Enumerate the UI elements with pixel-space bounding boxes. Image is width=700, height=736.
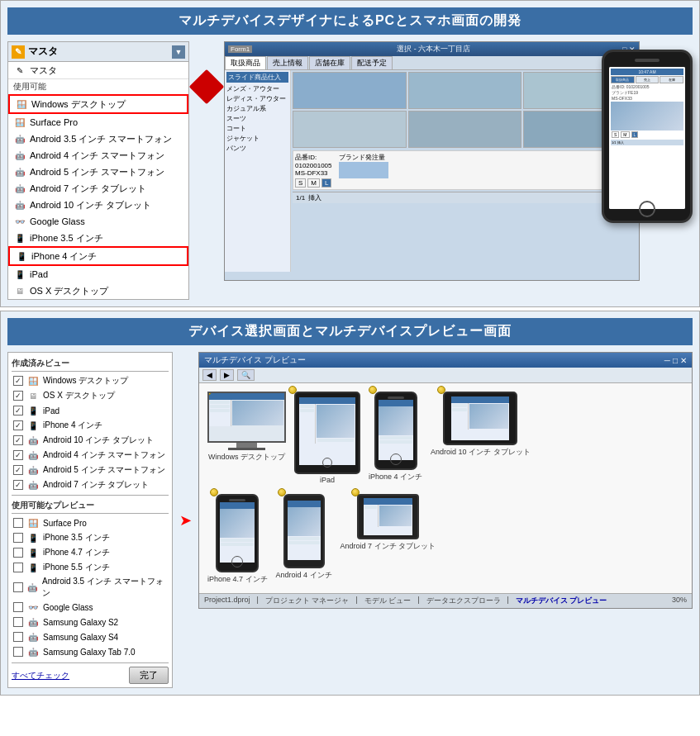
item-ipad[interactable]: 📱 iPad [8, 266, 188, 283]
item-windows-desktop[interactable]: 🪟 Windows デスクトップ [8, 94, 188, 114]
android-icon: 🤖 [13, 149, 26, 162]
avail-iphone55[interactable]: 📱 iPhone 5.5 インチ [12, 560, 169, 575]
avail-s4[interactable]: 🤖 Samsung Galaxy S4 [12, 629, 169, 644]
dropdown-subheader-text: マスタ [30, 64, 57, 77]
iphone4-label: iPhone 4 インチ [369, 472, 422, 482]
checkbox-android5[interactable] [13, 465, 23, 475]
checkbox-iphone47[interactable] [13, 548, 23, 558]
phone-nav-item-sales[interactable]: 売上 [636, 76, 660, 83]
avail-glass[interactable]: 👓 Google Glass [12, 600, 169, 615]
tab-sales[interactable]: 売上情報 [267, 56, 308, 69]
iphone-icon: 📱 [26, 531, 40, 544]
checkbox-ipad[interactable] [13, 406, 23, 415]
checkbox-iphone4[interactable] [13, 420, 23, 430]
created-label-ipad: iPad [43, 406, 60, 415]
sidebar-item-pants[interactable]: パンツ [226, 144, 288, 153]
avail-iphone47[interactable]: 📱 iPhone 4.7 インチ [12, 545, 169, 560]
checkbox-android7[interactable] [13, 480, 23, 490]
item-google-glass[interactable]: 👓 Google Glass [8, 213, 188, 230]
android10-screen [451, 396, 509, 440]
created-item-ipad[interactable]: 📱 iPad [12, 403, 169, 418]
item-android-5[interactable]: 🤖 Android 5 インチ スマートフォン [8, 164, 188, 180]
tab-delivery[interactable]: 配送予定 [351, 56, 393, 69]
created-item-osx[interactable]: 🖥 OS X デスクトップ [12, 388, 169, 403]
created-item-iphone4[interactable]: 📱 iPhone 4 インチ [12, 418, 169, 433]
toolbar-btn-right[interactable]: ▶ [220, 369, 234, 381]
checkbox-glass[interactable] [13, 602, 23, 612]
checkbox-android10[interactable] [13, 435, 23, 445]
checkbox-osx[interactable] [13, 391, 23, 401]
item-android-10[interactable]: 🤖 Android 10 インチ タブレット [8, 197, 188, 213]
created-item-android4[interactable]: 🤖 Android 4 インチ スマートフォン [12, 448, 169, 463]
dropdown-arrow-icon[interactable]: ▼ [172, 45, 185, 59]
item-android-7[interactable]: 🤖 Android 7 インチ タブレット [8, 180, 188, 197]
created-item-android5[interactable]: 🤖 Android 5 インチ スマートフォン [12, 463, 169, 477]
dropdown-header[interactable]: ✎ マスタ ▼ [8, 42, 188, 62]
item-surface-pro[interactable]: 🪟 Surface Pro [8, 114, 188, 131]
checkbox-surface[interactable] [13, 518, 23, 528]
size-l[interactable]: L [321, 178, 331, 188]
iphone47-home [231, 556, 243, 567]
toolbar-btn-zoom[interactable]: 🔍 [237, 369, 255, 381]
avail-surface[interactable]: 🪟 Surface Pro [12, 515, 169, 530]
size-s[interactable]: S [295, 178, 306, 188]
created-label-android10: Android 10 インチ タブレット [43, 434, 154, 446]
checkbox-iphone35[interactable] [13, 533, 23, 543]
item-android-35[interactable]: 🤖 Android 3.5 インチ スマートフォン [8, 131, 188, 147]
check-all-button[interactable]: すべてチェック [12, 670, 69, 681]
iphone-icon: 📱 [15, 249, 28, 263]
checkbox-tab7[interactable] [13, 647, 23, 657]
phone-home-button[interactable] [639, 201, 655, 217]
avail-iphone35[interactable]: 📱 iPhone 3.5 インチ [12, 530, 169, 545]
created-item-android10[interactable]: 🤖 Android 10 インチ タブレット [12, 433, 169, 448]
close-btn[interactable]: ✕ [680, 356, 687, 365]
minimize-btn[interactable]: ─ [664, 356, 670, 365]
checkbox-iphone55[interactable] [13, 563, 23, 572]
android-icon: 🤖 [26, 581, 39, 594]
ide-window: Form1 選択 - 六本木一丁目店 ─ □ ✕ 取扱商品 売上情報 店舗在庫 … [224, 41, 640, 281]
phone-nav-item-product[interactable]: 取扱商品 [611, 76, 635, 83]
sidebar-item-suit[interactable]: スーツ [226, 114, 288, 123]
checkbox-windows[interactable] [13, 376, 23, 386]
maximize-btn[interactable]: □ [673, 356, 678, 365]
created-label-android5: Android 5 インチ スマートフォン [43, 464, 165, 476]
avail-s2[interactable]: 🤖 Samsung Galaxy S2 [12, 615, 169, 629]
dropdown-subheader-item[interactable]: ✎ マスタ [8, 62, 188, 78]
phone-size-l[interactable]: L [631, 131, 639, 138]
sidebar-item-mens[interactable]: メンズ・アウター [226, 84, 288, 93]
size-m[interactable]: M [307, 178, 320, 188]
created-item-android7[interactable]: 🤖 Android 7 インチ タブレット [12, 477, 169, 492]
avail-android35[interactable]: 🤖 Android 3.5 インチ スマートフォン [12, 575, 169, 600]
sidebar-item-jacket[interactable]: ジャケット [226, 134, 288, 143]
checkbox-android35[interactable] [13, 582, 23, 592]
item-android-4[interactable]: 🤖 Android 4 インチ スマートフォン [8, 147, 188, 164]
checkbox-s2[interactable] [13, 617, 23, 627]
tab-store[interactable]: 店舗在庫 [309, 56, 350, 69]
android-icon: 🤖 [26, 434, 40, 447]
done-button[interactable]: 完了 [129, 667, 169, 684]
phone-size-m[interactable]: M [621, 131, 629, 138]
item-iphone-35[interactable]: 📱 iPhone 3.5 インチ [8, 230, 188, 246]
statusbar-preview[interactable]: マルチデバイス プレビュー [516, 596, 607, 606]
sidebar-item-coat[interactable]: コート [226, 124, 288, 133]
checkbox-s4[interactable] [13, 632, 23, 642]
tab-active[interactable]: 取扱商品 [225, 56, 266, 69]
toolbar-btn-left[interactable]: ◀ [202, 369, 217, 381]
created-item-windows[interactable]: 🪟 Windows デスクトップ [12, 373, 169, 388]
red-diamond-arrow [194, 74, 219, 99]
product-grid [293, 72, 637, 148]
checkbox-android4[interactable] [13, 450, 23, 460]
avail-tab7[interactable]: 🤖 Samsung Galaxy Tab 7.0 [12, 644, 169, 659]
item-osx[interactable]: 🖥 OS X デスクトップ [8, 283, 188, 299]
statusbar-data: データエクスプローラ [426, 596, 501, 606]
sidebar-item-ladies[interactable]: レディス・アウター [226, 94, 288, 103]
red-diamond [189, 69, 224, 104]
phone-size-s[interactable]: S [612, 131, 619, 138]
device-dropdown[interactable]: ✎ マスタ ▼ ✎ マスタ 使用可能 🪟 Windows デスクトップ 🪟 Su… [7, 41, 189, 300]
phone-nav-item-stock[interactable]: 在庫 [660, 76, 683, 83]
detail-row: 品番ID: 0102001005 MS-DFX33 S M L [295, 153, 635, 188]
phone-dfx: MS-DFX33 [612, 96, 683, 101]
mini-item-1 [210, 401, 230, 404]
item-iphone-4[interactable]: 📱 iPhone 4 インチ [8, 246, 188, 266]
sidebar-item-casual[interactable]: カジュアル系 [226, 104, 288, 113]
